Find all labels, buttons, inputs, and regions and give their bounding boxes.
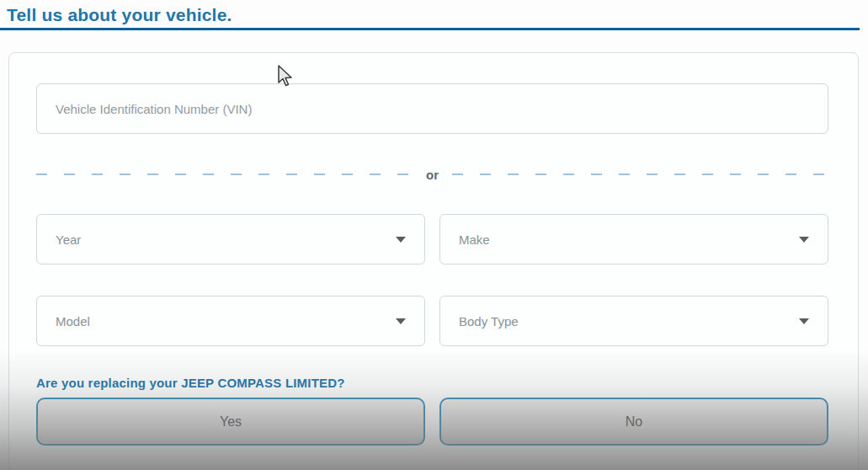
- replace-vehicle-question: Are you replacing your JEEP COMPASS LIMI…: [36, 376, 345, 390]
- no-button[interactable]: No: [439, 398, 828, 446]
- vehicle-form-page: Tell us about your vehicle. or Year Make…: [0, 0, 868, 470]
- yes-button[interactable]: Yes: [36, 398, 425, 446]
- dashed-line-right: [452, 174, 828, 175]
- make-dropdown-label: Make: [459, 232, 490, 247]
- or-label: or: [426, 168, 439, 182]
- body-type-dropdown[interactable]: Body Type: [439, 296, 828, 346]
- dashed-line-left: [36, 174, 413, 175]
- chevron-down-icon: [799, 237, 809, 243]
- year-dropdown-label: Year: [56, 232, 81, 247]
- title-underline: [0, 28, 860, 30]
- vin-input[interactable]: [36, 83, 828, 134]
- make-dropdown[interactable]: Make: [439, 214, 828, 264]
- body-type-dropdown-label: Body Type: [459, 314, 519, 328]
- model-dropdown[interactable]: Model: [36, 296, 425, 346]
- chevron-down-icon: [396, 318, 406, 324]
- chevron-down-icon: [396, 237, 406, 243]
- year-dropdown[interactable]: Year: [36, 214, 425, 264]
- page-title: Tell us about your vehicle.: [7, 5, 232, 25]
- or-divider: or: [36, 162, 828, 187]
- model-dropdown-label: Model: [56, 314, 90, 328]
- chevron-down-icon: [799, 318, 809, 324]
- vehicle-form-card: or Year Make Model Body Type Are you rep…: [8, 52, 859, 470]
